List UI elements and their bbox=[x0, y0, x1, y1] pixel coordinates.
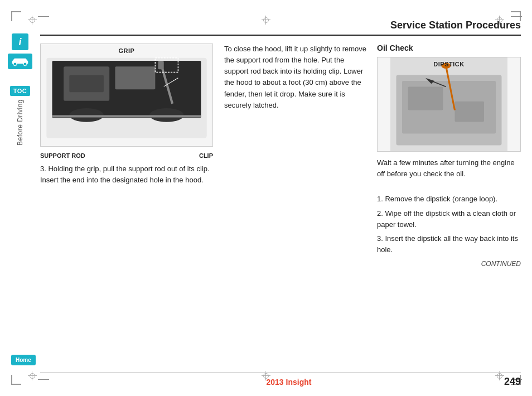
step-3-text: 3. Holding the grip, pull the support ro… bbox=[40, 163, 213, 185]
info-icon[interactable]: i bbox=[12, 33, 28, 50]
hood-diagram: GRIP bbox=[40, 44, 213, 147]
close-hood-text: To close the hood, lift it up slightly t… bbox=[224, 44, 368, 111]
footer: 2013 Insight 249 bbox=[40, 372, 521, 388]
dipstick-illustration bbox=[378, 57, 520, 151]
page-title: Service Station Procedures bbox=[40, 20, 521, 36]
svg-point-0 bbox=[13, 62, 17, 66]
svg-point-1 bbox=[23, 62, 27, 66]
content-right-section: To close the hood, lift it up slightly t… bbox=[224, 44, 521, 268]
svg-rect-19 bbox=[455, 102, 485, 122]
left-column: GRIP bbox=[40, 44, 213, 268]
step-content: Holding the grip, pull the support rod o… bbox=[40, 165, 210, 184]
content-columns: GRIP bbox=[40, 44, 521, 268]
grip-label: GRIP bbox=[119, 47, 135, 54]
footer-title: 2013 Insight bbox=[74, 378, 504, 387]
svg-rect-18 bbox=[449, 84, 490, 102]
oil-step-1: 1. Remove the dipstick (orange loop). bbox=[377, 194, 521, 205]
svg-rect-5 bbox=[115, 66, 155, 89]
svg-rect-12 bbox=[52, 115, 201, 117]
support-rod-label: SUPPORT ROD bbox=[40, 152, 85, 159]
oil-steps: Wait a few minutes after turning the eng… bbox=[377, 157, 521, 255]
home-button[interactable]: Home bbox=[11, 355, 36, 365]
svg-rect-8 bbox=[158, 61, 163, 69]
oil-check-title: Oil Check bbox=[377, 44, 521, 52]
hood-illustration bbox=[41, 44, 212, 146]
middle-right: To close the hood, lift it up slightly t… bbox=[224, 44, 521, 268]
svg-rect-17 bbox=[408, 87, 443, 110]
edge-mark bbox=[511, 16, 522, 17]
close-hood-section: To close the hood, lift it up slightly t… bbox=[224, 44, 368, 268]
continued-label: CONTINUED bbox=[377, 260, 521, 268]
oil-diagram: DIPSTICK bbox=[377, 57, 521, 152]
section-label: Before Driving bbox=[16, 99, 24, 146]
car-silhouette bbox=[10, 56, 30, 67]
svg-rect-6 bbox=[69, 75, 104, 93]
oil-check-section: Oil Check DIPSTICK bbox=[377, 44, 521, 268]
oil-wait-text: Wait a few minutes after turning the eng… bbox=[377, 157, 521, 180]
dipstick-label: DIPSTICK bbox=[433, 61, 464, 67]
left-sidebar: i TOC Before Driving bbox=[0, 0, 40, 396]
page-number: 249 bbox=[504, 376, 521, 388]
diagram-bottom-labels: SUPPORT ROD CLIP bbox=[40, 152, 213, 159]
clip-label: CLIP bbox=[199, 152, 213, 159]
main-content: Service Station Procedures GRIP bbox=[40, 20, 521, 371]
step-number: 3. bbox=[40, 165, 48, 173]
car-icon[interactable] bbox=[8, 54, 32, 69]
toc-badge[interactable]: TOC bbox=[10, 86, 31, 96]
oil-step-3: 3. Insert the dipstick all the way back … bbox=[377, 233, 521, 255]
oil-step-2: 2. Wipe off the dipstick with a clean cl… bbox=[377, 208, 521, 230]
